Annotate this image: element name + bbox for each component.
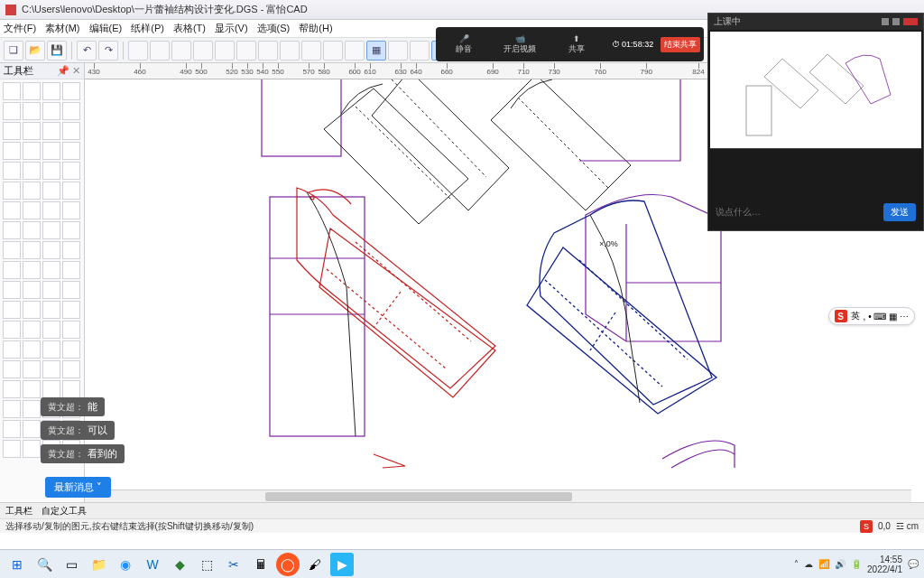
- app-icon[interactable]: ⬚: [195, 553, 218, 576]
- ime-logo-icon[interactable]: S: [835, 310, 847, 322]
- tray-chevron-icon[interactable]: ˄: [794, 559, 799, 569]
- toolbox-item[interactable]: [42, 321, 60, 339]
- mini-window-controls[interactable]: [882, 18, 918, 25]
- app-icon[interactable]: ▶: [330, 553, 354, 576]
- scrollbar-thumb[interactable]: [265, 492, 572, 501]
- tool-e-icon[interactable]: [215, 41, 235, 61]
- toolbox-item[interactable]: [42, 380, 60, 398]
- tray-cloud-icon[interactable]: ☁: [804, 559, 813, 569]
- tool-f-icon[interactable]: [236, 41, 256, 61]
- tool-a-icon[interactable]: [128, 41, 148, 61]
- conf-share[interactable]: ⬆共享: [549, 34, 605, 55]
- toolbox-item[interactable]: [3, 241, 21, 259]
- toolbox-item[interactable]: [62, 162, 80, 180]
- toolbox-item[interactable]: [23, 82, 41, 100]
- toolbox-item[interactable]: [23, 241, 41, 259]
- conference-bar[interactable]: 🎤静音 📹开启视频 ⬆共享 ⏱ 01:58:32 结束共享: [436, 27, 704, 61]
- app-icon[interactable]: 🖩: [249, 553, 273, 576]
- toolbox-item[interactable]: [42, 182, 60, 200]
- toolbox-item[interactable]: [23, 321, 41, 339]
- toolbox-item[interactable]: [3, 142, 21, 160]
- notifications-icon[interactable]: 💬: [908, 559, 919, 569]
- explorer-icon[interactable]: 📁: [87, 553, 110, 576]
- app-icon[interactable]: ◯: [276, 553, 300, 576]
- ime-lang[interactable]: 英: [851, 310, 860, 322]
- toolbox-pin-icon[interactable]: 📌 ✕: [57, 65, 80, 77]
- toolbox-item[interactable]: [42, 122, 60, 140]
- toolbox-item[interactable]: [23, 360, 41, 378]
- toolbox-item[interactable]: [42, 261, 60, 279]
- tool-m-icon[interactable]: [410, 41, 430, 61]
- toolbox-item[interactable]: [3, 102, 21, 120]
- toolbox-item[interactable]: [3, 201, 21, 219]
- toolbox-item[interactable]: [23, 400, 41, 418]
- toolbox-item[interactable]: [23, 201, 41, 219]
- conf-video[interactable]: 📹开启视频: [492, 34, 548, 55]
- tool-redo-icon[interactable]: ↷: [98, 41, 118, 61]
- menu-display[interactable]: 显示(V): [215, 22, 248, 35]
- toolbox-item[interactable]: [3, 182, 21, 200]
- toolbox-item[interactable]: [42, 301, 60, 319]
- horizontal-scrollbar[interactable]: [85, 489, 911, 502]
- app-icon[interactable]: 🖌: [303, 553, 327, 576]
- toolbox-item[interactable]: [42, 360, 60, 378]
- tool-i-icon[interactable]: [301, 41, 321, 61]
- toolbox-item[interactable]: [62, 82, 80, 100]
- tool-k-icon[interactable]: [345, 41, 365, 61]
- status-tab-1[interactable]: 工具栏: [5, 505, 32, 517]
- toolbox-item[interactable]: [42, 221, 60, 239]
- toolbox-item[interactable]: [62, 261, 80, 279]
- tool-c-icon[interactable]: [171, 41, 191, 61]
- tool-grid-icon[interactable]: ▦: [366, 41, 386, 61]
- word-icon[interactable]: W: [141, 553, 164, 576]
- menu-pattern[interactable]: 纸样(P): [131, 22, 164, 35]
- toolbox-item[interactable]: [3, 321, 21, 339]
- new-message-button[interactable]: 最新消息 ˅: [45, 477, 111, 498]
- toolbox-item[interactable]: [62, 380, 80, 398]
- tool-d-icon[interactable]: [193, 41, 213, 61]
- tool-b-icon[interactable]: [150, 41, 170, 61]
- toolbox-item[interactable]: [42, 102, 60, 120]
- mini-chat-input[interactable]: 说点什么… 发送: [708, 194, 923, 230]
- tray-volume-icon[interactable]: 🔊: [835, 559, 845, 569]
- tray-wifi-icon[interactable]: 📶: [818, 559, 829, 569]
- toolbox-item[interactable]: [3, 221, 21, 239]
- toolbox-item[interactable]: [3, 440, 21, 458]
- toolbox-item[interactable]: [3, 281, 21, 299]
- toolbox-item[interactable]: [23, 122, 41, 140]
- toolbox-item[interactable]: [62, 122, 80, 140]
- conf-end-button[interactable]: 结束共享: [661, 37, 700, 52]
- toolbox-item[interactable]: [23, 261, 41, 279]
- chat-send-button[interactable]: 发送: [883, 203, 916, 221]
- status-ime-icon[interactable]: S: [860, 520, 873, 533]
- taskview-icon[interactable]: ▭: [60, 553, 83, 576]
- toolbox-item[interactable]: [62, 360, 80, 378]
- toolbox-item[interactable]: [62, 281, 80, 299]
- toolbox-item[interactable]: [3, 261, 21, 279]
- toolbox-item[interactable]: [62, 142, 80, 160]
- toolbox-item[interactable]: [62, 241, 80, 259]
- toolbox-item[interactable]: [62, 221, 80, 239]
- toolbox-item[interactable]: [62, 301, 80, 319]
- toolbox-item[interactable]: [42, 241, 60, 259]
- taskbar-clock[interactable]: 14:55 2022/4/1: [867, 555, 902, 574]
- toolbox-item[interactable]: [42, 201, 60, 219]
- app-icon[interactable]: ✂: [222, 553, 245, 576]
- toolbox-item[interactable]: [42, 162, 60, 180]
- search-icon[interactable]: 🔍: [32, 553, 56, 576]
- chat-placeholder[interactable]: 说点什么…: [716, 206, 878, 219]
- toolbox-item[interactable]: [23, 102, 41, 120]
- tool-h-icon[interactable]: [280, 41, 300, 61]
- ime-toolbar[interactable]: S 英 , • ⌨ ▦ ⋯: [828, 307, 915, 325]
- menu-material[interactable]: 素材(M): [45, 22, 80, 35]
- menu-edit[interactable]: 编辑(E): [89, 22, 123, 35]
- tool-open-icon[interactable]: 📂: [25, 41, 45, 61]
- tool-undo-icon[interactable]: ↶: [77, 41, 97, 61]
- tool-new-icon[interactable]: ❏: [4, 41, 23, 61]
- menu-table[interactable]: 表格(T): [173, 22, 206, 35]
- mini-title-bar[interactable]: 上课中: [708, 14, 923, 30]
- toolbox-item[interactable]: [23, 301, 41, 319]
- toolbox-item[interactable]: [62, 201, 80, 219]
- toolbox-item[interactable]: [42, 142, 60, 160]
- toolbox-item[interactable]: [3, 360, 21, 378]
